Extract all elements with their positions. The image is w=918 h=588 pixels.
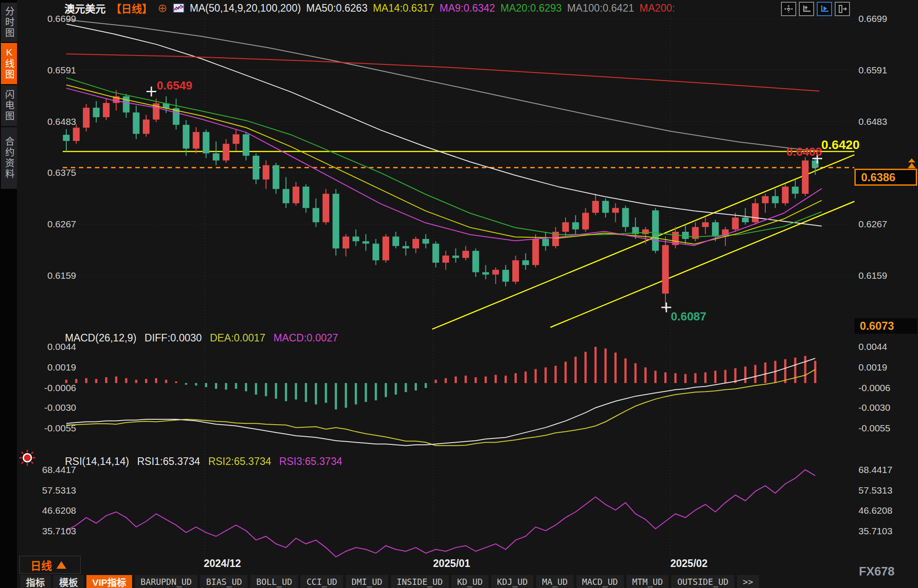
chart-toolbar: [781, 2, 850, 16]
dea-line: [66, 370, 815, 446]
period-selector-label: 日线: [30, 557, 52, 573]
grid-lines: [63, 16, 854, 558]
svg-text:0.6483: 0.6483: [858, 116, 887, 127]
pan-tool-icon[interactable]: [781, 2, 796, 16]
tab-cci-ud[interactable]: CCI_UD: [300, 575, 343, 588]
ma50-value: MA50:0.6263: [306, 2, 368, 14]
svg-text:-0.0030: -0.0030: [858, 402, 890, 413]
ma14-value: MA14:0.6317: [373, 2, 434, 14]
tab-inside-ud[interactable]: INSIDE_UD: [391, 575, 449, 588]
ma50-line: [66, 24, 822, 226]
horizontal-levels: [63, 151, 854, 167]
crosshair-target-icon[interactable]: ⊕: [158, 3, 167, 13]
svg-text:0.0019: 0.0019: [858, 362, 887, 372]
svg-text:0.6591: 0.6591: [47, 65, 76, 75]
macd-dea-value: DEA:0.0017: [210, 332, 266, 344]
tab-vip-indicator[interactable]: VIP指标: [86, 575, 132, 588]
svg-text:-0.0030: -0.0030: [44, 402, 76, 413]
svg-text:-0.0055: -0.0055: [858, 423, 890, 433]
tab-barupdn-ud[interactable]: BARUPDN_UD: [135, 575, 197, 588]
x-axis-label-dec: 2024/12: [204, 558, 241, 570]
svg-text:0.0044: 0.0044: [858, 341, 888, 352]
panel-expand-icon[interactable]: [835, 2, 850, 16]
svg-text:57.5313: 57.5313: [42, 485, 76, 495]
svg-text:0.0019: 0.0019: [47, 362, 76, 372]
macd-macd-value: MACD:0.0027: [274, 332, 338, 344]
svg-text:0.6267: 0.6267: [47, 219, 76, 229]
auto-scale-icon[interactable]: [817, 2, 832, 16]
axis-scale-icon[interactable]: [799, 2, 814, 16]
period-tag[interactable]: 【日线】: [111, 0, 152, 16]
triangle-up-icon: [56, 561, 66, 569]
trendlines[interactable]: [432, 155, 854, 329]
indicator-tabbar: 指标 模板 VIP指标 BARUPDN_UD BIAS_UD BOLL_UD C…: [20, 575, 759, 588]
tab-mtm-ud[interactable]: MTM_UD: [626, 575, 669, 588]
chart-header: 澳元美元 【日线】 ⊕ MA(50,14,9,20,100,200) MA50:…: [64, 2, 675, 14]
swing-high-label: 0.6549: [157, 79, 193, 93]
last-price-value: 0.6386: [861, 171, 895, 184]
tab-dmi-ud[interactable]: DMI_UD: [346, 575, 388, 588]
tab-outside-ud[interactable]: OUTSIDE_UD: [671, 575, 734, 588]
ma20-line: [66, 78, 822, 237]
rsi-title: RSI(14,14,14): [65, 456, 129, 468]
svg-text:0.6267: 0.6267: [858, 219, 887, 229]
ma9-value: MA9:0.6342: [440, 2, 495, 14]
mini-chart-icon[interactable]: [173, 3, 184, 13]
tab-kdj-ud[interactable]: KDJ_UD: [491, 575, 534, 588]
ma-lines: [66, 20, 822, 246]
scale-low-badge: 0.6073: [854, 318, 917, 334]
svg-text:-0.0006: -0.0006: [44, 383, 76, 393]
svg-text:35.7103: 35.7103: [42, 526, 76, 536]
rsi-line: [66, 470, 815, 557]
svg-text:46.6208: 46.6208: [858, 505, 892, 516]
tab-indicator[interactable]: 指标: [20, 575, 51, 588]
svg-text:57.5313: 57.5313: [858, 485, 892, 495]
ma9-line: [66, 88, 822, 246]
macd-histogram: [65, 347, 817, 409]
svg-text:46.6208: 46.6208: [42, 505, 76, 516]
rsi2-value: RSI2:65.3734: [208, 456, 271, 468]
scale-low-value: 0.6073: [860, 320, 894, 332]
macd-diff-value: DIFF:0.0030: [145, 332, 202, 344]
rsi3-value: RSI3:65.3734: [279, 456, 343, 468]
price-up-arrow-icon: [906, 158, 917, 171]
alert-flash-icon[interactable]: [18, 448, 37, 469]
tab-kd-ud[interactable]: KD_UD: [451, 575, 489, 588]
ma20-value: MA20:0.6293: [501, 2, 562, 14]
resistance-label: 0.6420: [821, 138, 860, 152]
svg-text:0.6699: 0.6699: [858, 13, 887, 24]
last-price-badge: 0.6386: [854, 169, 917, 186]
ma14-line: [66, 85, 822, 244]
svg-text:0.6375: 0.6375: [47, 167, 76, 178]
svg-text:68.4417: 68.4417: [858, 464, 892, 475]
tab-boll-ud[interactable]: BOLL_UD: [250, 575, 298, 588]
chart-area: 0.66990.66990.65910.65910.64830.64830.63…: [17, 0, 918, 588]
svg-text:-0.0055: -0.0055: [44, 423, 76, 433]
tab-template[interactable]: 模板: [53, 575, 84, 588]
pivot-markers: [146, 87, 822, 312]
svg-text:0.6591: 0.6591: [858, 65, 887, 75]
ma-settings-label: MA(50,14,9,20,100,200): [190, 2, 301, 14]
recent-high-label: 0.6408: [786, 145, 822, 159]
tab-macd-ud[interactable]: MACD_UD: [576, 575, 624, 588]
svg-text:0.6483: 0.6483: [47, 116, 76, 127]
ma100-value: MA100:0.6421: [567, 2, 634, 14]
tab-bias-ud[interactable]: BIAS_UD: [200, 575, 248, 588]
period-selector[interactable]: 日线: [19, 556, 81, 574]
svg-text:35.7103: 35.7103: [858, 526, 892, 536]
rsi1-value: RSI1:65.3734: [137, 456, 200, 468]
tab-more[interactable]: >>: [737, 575, 759, 588]
diff-line: [66, 358, 815, 446]
ma200-value: MA200:: [639, 2, 675, 14]
brand-watermark: FX678: [859, 565, 895, 579]
macd-title: MACD(26,12,9): [65, 332, 137, 344]
main-chart-svg: 0.66990.66990.65910.65910.64830.64830.63…: [0, 0, 918, 588]
x-axis-label-feb: 2025/02: [670, 558, 708, 570]
x-axis-label-jan: 2025/01: [433, 558, 470, 570]
tab-ma-ud[interactable]: MA_UD: [536, 575, 573, 588]
svg-text:0.6159: 0.6159: [47, 270, 76, 281]
svg-text:-0.0006: -0.0006: [858, 383, 890, 393]
trading-app: 分时图 K线图 闪电图 合约资料 0.66990.66990.65910.659…: [0, 0, 918, 588]
macd-header: MACD(26,12,9) DIFF:0.0030 DEA:0.0017 MAC…: [65, 332, 338, 344]
rsi-header: RSI(14,14,14) RSI1:65.3734 RSI2:65.3734 …: [65, 456, 342, 468]
